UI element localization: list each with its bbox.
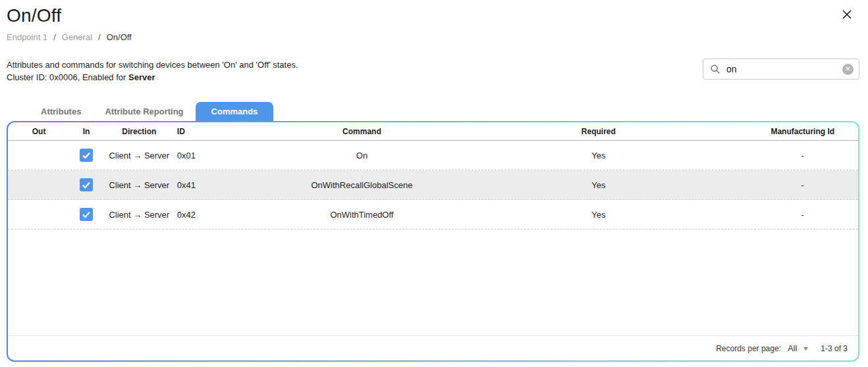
column-header-direction: Direction <box>103 122 176 140</box>
search-input[interactable] <box>726 64 842 74</box>
commands-table: Out In Direction ID Command Required Man… <box>8 122 858 360</box>
command-name-cell: OnWithRecallGlobalScene <box>274 170 450 199</box>
cluster-description-line1: Attributes and commands for switching de… <box>7 59 298 71</box>
command-name-cell: OnWithTimedOff <box>274 200 450 229</box>
direction-cell: Client → Server <box>103 141 176 170</box>
breadcrumb-separator: / <box>98 32 101 42</box>
table-row: Client → Server 0x42 OnWithTimedOff Yes … <box>8 200 858 230</box>
cluster-description-line2: Cluster ID: 0x0006, Enabled for Server <box>7 71 298 84</box>
table-row: Client → Server 0x01 On Yes - <box>8 141 858 170</box>
column-header-command: Command <box>274 122 450 140</box>
out-cell <box>8 200 70 229</box>
in-cell <box>70 141 103 170</box>
command-id-cell: 0x42 <box>176 200 274 229</box>
command-name-cell: On <box>274 141 450 170</box>
in-cell <box>70 170 103 199</box>
in-cell <box>70 200 103 229</box>
required-cell: Yes <box>450 200 747 229</box>
tab-commands[interactable]: Commands <box>196 102 274 121</box>
out-cell <box>8 141 70 170</box>
records-per-page-label: Records per page: <box>716 344 781 353</box>
check-icon <box>82 210 91 219</box>
table-body: Client → Server 0x01 On Yes - Client → S… <box>8 141 858 230</box>
tab-bar: Attributes Attribute Reporting Commands <box>7 101 859 121</box>
table-row: Client → Server 0x41 OnWithRecallGlobalS… <box>8 170 858 200</box>
breadcrumb-separator: / <box>53 32 56 42</box>
breadcrumb: Endpoint 1 / General / On/Off <box>7 32 859 42</box>
manufacturing-id-cell: - <box>747 170 858 199</box>
check-icon <box>82 180 91 189</box>
in-checkbox[interactable] <box>80 208 93 221</box>
search-icon <box>710 64 720 74</box>
direction-cell: Client → Server <box>103 200 176 229</box>
tab-attributes[interactable]: Attributes <box>29 102 93 121</box>
table-empty-space <box>8 230 858 335</box>
required-cell: Yes <box>450 170 747 199</box>
column-header-out: Out <box>8 122 70 140</box>
breadcrumb-endpoint[interactable]: Endpoint 1 <box>7 32 47 42</box>
column-header-required: Required <box>450 122 747 140</box>
close-button[interactable] <box>840 8 854 21</box>
in-checkbox[interactable] <box>80 178 93 191</box>
in-checkbox[interactable] <box>80 149 93 162</box>
breadcrumb-current: On/Off <box>107 32 132 42</box>
commands-table-container: Out In Direction ID Command Required Man… <box>7 121 859 362</box>
cluster-enabled-role: Server <box>128 72 155 82</box>
command-id-cell: 0x01 <box>176 141 274 170</box>
info-row: Attributes and commands for switching de… <box>7 59 859 84</box>
manufacturing-id-cell: - <box>747 200 858 229</box>
direction-cell: Client → Server <box>103 170 176 199</box>
cluster-config-page: On/Off Endpoint 1 / General / On/Off Att… <box>0 0 868 367</box>
pagination-range: 1-3 of 3 <box>821 344 848 353</box>
close-icon <box>842 9 852 20</box>
breadcrumb-general[interactable]: General <box>62 32 92 42</box>
out-cell <box>8 170 70 199</box>
records-per-page-value: All <box>788 343 797 353</box>
check-icon <box>82 151 91 160</box>
records-per-page-select[interactable]: All ▼ <box>788 343 809 353</box>
command-id-cell: 0x41 <box>176 170 274 199</box>
search-box[interactable]: ✕ <box>703 59 859 80</box>
dropdown-caret-icon: ▼ <box>802 345 810 352</box>
column-header-in: In <box>70 122 103 140</box>
page-title: On/Off <box>7 5 859 26</box>
manufacturing-id-cell: - <box>747 141 858 170</box>
tab-attribute-reporting[interactable]: Attribute Reporting <box>93 102 195 121</box>
pagination-bar: Records per page: All ▼ 1-3 of 3 <box>8 335 858 360</box>
table-header-row: Out In Direction ID Command Required Man… <box>8 122 858 141</box>
cluster-description: Attributes and commands for switching de… <box>7 59 298 84</box>
clear-search-icon[interactable]: ✕ <box>842 64 854 75</box>
required-cell: Yes <box>450 141 747 170</box>
column-header-manufacturing-id: Manufacturing Id <box>747 122 858 140</box>
column-header-id: ID <box>176 122 274 140</box>
